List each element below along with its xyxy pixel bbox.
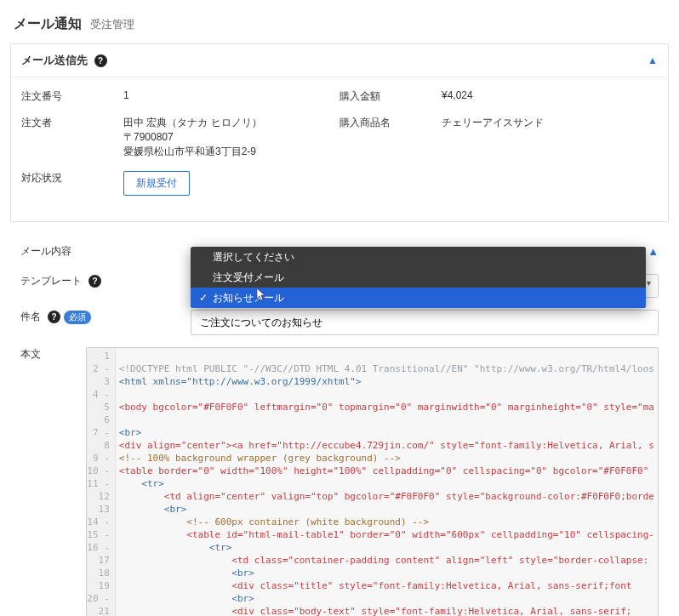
status-badge[interactable]: 新規受付 (123, 171, 190, 196)
select-arrow-icon: ▾ (647, 278, 651, 288)
template-row: テンプレート ? 選択してください 注文受付メール ✓ お知らせメール (20, 274, 659, 298)
chevron-up-icon[interactable]: ▲ (648, 245, 659, 258)
orderer-zip: 〒7900807 (123, 130, 340, 145)
code-content[interactable]: <!DOCTYPE html PUBLIC "-//W3C//DTD HTML … (116, 348, 658, 616)
amount-value: ¥4,024 (442, 89, 658, 104)
dest-panel-header[interactable]: メール送信先 ? ▲ (11, 44, 668, 77)
dest-panel: メール送信先 ? ▲ 注文番号 1 注文者 田中 宏典（タナカ ヒロノリ） 〒7… (10, 43, 669, 222)
orderer-label: 注文者 (21, 116, 123, 159)
dest-panel-body: 注文番号 1 注文者 田中 宏典（タナカ ヒロノリ） 〒7900807 愛媛県松… (11, 77, 668, 221)
template-select[interactable]: 選択してください 注文受付メール ✓ お知らせメール ▾ (191, 274, 659, 298)
template-label: テンプレート (20, 274, 82, 288)
help-icon[interactable]: ? (48, 311, 60, 323)
subject-input[interactable] (191, 310, 659, 335)
orderer-name: 田中 宏典（タナカ ヒロノリ） (123, 116, 340, 130)
order-no-label: 注文番号 (21, 89, 123, 104)
page-header: メール通知 受注管理 (10, 10, 669, 43)
content-section-title: メール内容 (20, 244, 71, 259)
subject-row: 件名 ? 必須 (20, 310, 659, 335)
template-option-1[interactable]: 注文受付メール (191, 267, 646, 288)
amount-label: 購入金額 (340, 89, 442, 104)
cursor-icon (257, 288, 267, 305)
template-option-0[interactable]: 選択してください (191, 247, 646, 267)
help-icon[interactable]: ? (88, 275, 101, 288)
subject-label: 件名 (20, 310, 41, 324)
page-sub: 受注管理 (90, 18, 134, 31)
body-code-editor[interactable]: 12 -34 -567 -89 -10 -11 -121314 -15 -16 … (86, 347, 659, 616)
body-row: 本文 12 -34 -567 -89 -10 -11 -121314 -15 -… (20, 347, 659, 616)
product-label: 購入商品名 (340, 116, 442, 130)
status-label: 対応状況 (21, 171, 123, 196)
body-label: 本文 (20, 347, 41, 362)
chevron-up-icon[interactable]: ▲ (648, 54, 658, 66)
product-value: チェリーアイスサンド (442, 116, 658, 130)
help-icon[interactable]: ? (94, 54, 107, 67)
code-gutter: 12 -34 -567 -89 -10 -11 -121314 -15 -16 … (87, 348, 116, 616)
check-icon: ✓ (199, 291, 208, 305)
orderer-addr: 愛媛県松山市平和通3丁目2-9 (123, 145, 340, 159)
required-tag: 必須 (64, 311, 91, 324)
template-dropdown[interactable]: 選択してください 注文受付メール ✓ お知らせメール (191, 247, 646, 308)
template-option-2[interactable]: ✓ お知らせメール (191, 288, 646, 308)
order-no-value: 1 (123, 89, 340, 104)
content-section: メール内容 ▲ テンプレート ? 選択してください 注文受付メール ✓ お知らせ… (10, 232, 669, 616)
dest-section-title: メール送信先 (21, 54, 88, 66)
page-title: メール通知 (14, 16, 82, 31)
